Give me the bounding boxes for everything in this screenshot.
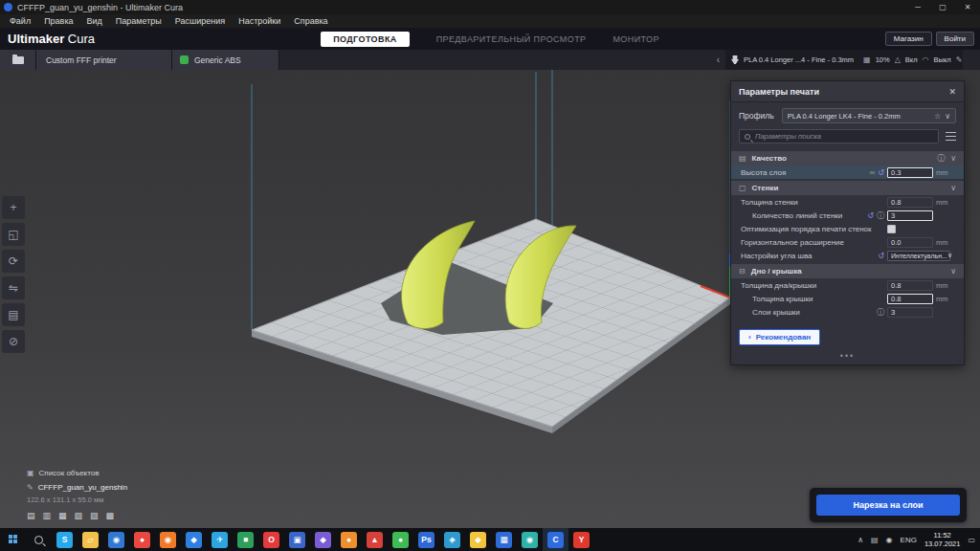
setting-row-layer-height[interactable]: Высота слоя ∞ ↺ mm — [731, 165, 964, 179]
layer-height-input[interactable] — [887, 167, 933, 178]
rename-pencil-icon[interactable]: ✎ — [27, 483, 33, 492]
taskbar-app-button[interactable]: ● — [336, 528, 362, 551]
revert-icon[interactable]: ↺ — [867, 211, 874, 220]
collapse-chevron-icon[interactable]: ‹ — [711, 55, 725, 65]
taskbar-app-button[interactable]: ● — [388, 528, 413, 551]
tool-button[interactable]: ▤ — [2, 303, 25, 326]
tab-monitor[interactable]: МОНИТОР — [612, 34, 658, 44]
setting-row-top-layers[interactable]: Слои крышки ⓘ — [731, 305, 964, 319]
object-action-icon[interactable]: ▦ — [58, 511, 67, 520]
menu-item[interactable]: Расширения — [168, 16, 232, 26]
star-icon[interactable]: ☆ — [934, 112, 941, 121]
signin-button[interactable]: Войти — [936, 32, 974, 46]
open-file-button[interactable] — [0, 50, 36, 70]
object-action-icon[interactable]: ▨ — [90, 511, 99, 520]
taskbar-app-button[interactable]: ◆ — [465, 528, 491, 551]
taskbar-app-button[interactable]: ◈ — [439, 528, 465, 551]
slice-button[interactable]: Нарезка на слои — [816, 495, 960, 516]
recommended-mode-button[interactable]: ‹ Рекомендован — [739, 329, 820, 345]
tool-button[interactable]: ◱ — [2, 223, 25, 246]
panel-close-icon[interactable]: ✕ — [948, 87, 956, 97]
menu-item[interactable]: Вид — [80, 16, 109, 26]
print-settings-summary[interactable]: PLA 0.4 Longer ...4 - Fine - 0.3mm ▦ 10%… — [725, 50, 963, 70]
object-action-icon[interactable]: ▤ — [27, 511, 35, 520]
setting-row-bottom-thickness[interactable]: Толщина дна/крышки mm — [731, 278, 964, 292]
close-button[interactable]: ✕ — [955, 0, 980, 14]
viewport-3d[interactable]: + ◱ ⟳ ⇋ ▤ ⊘ ▣ Список объектов ✎ CFFFP_gu… — [0, 70, 980, 528]
section-top-bottom[interactable]: ⊟ Дно / крышка ∨ — [731, 264, 964, 278]
horizontal-expansion-input[interactable] — [887, 237, 933, 248]
setting-row-wall-line-count[interactable]: Количество линий стенки ↺ ⓘ — [731, 209, 964, 222]
tray-chevron-icon[interactable]: ∧ — [858, 536, 863, 544]
tab-prepare[interactable]: ПОДГОТОВКА — [321, 32, 410, 47]
taskbar-app-button[interactable]: ▲ — [362, 528, 388, 551]
taskbar-app-button[interactable]: ▣ — [284, 528, 310, 551]
clock[interactable]: 11:52 13.07.2021 — [924, 531, 961, 548]
menu-item[interactable]: Правка — [37, 16, 79, 26]
setting-row-optimize-wall-order[interactable]: Оптимизация порядка печати стенок — [731, 222, 964, 235]
info-icon: ⓘ — [877, 307, 884, 318]
taskbar-app-button[interactable]: ◆ — [310, 528, 336, 551]
object-list-toggle[interactable]: ▣ Список объектов — [27, 469, 127, 477]
panel-title: Параметры печати — [739, 87, 819, 97]
tool-button[interactable]: ⊘ — [2, 330, 25, 353]
taskbar-app-button[interactable]: ▦ — [491, 528, 517, 551]
tray-shield-icon[interactable]: ▤ — [871, 536, 879, 544]
taskbar-app-button[interactable]: ● — [129, 528, 155, 551]
profile-dropdown[interactable]: PLA 0.4 Longer LK4 - Fine - 0.2mm ☆ ∨ — [782, 108, 956, 123]
material-selector[interactable]: Generic ABS — [172, 50, 279, 70]
menu-item[interactable]: Параметры — [109, 16, 168, 26]
marketplace-button[interactable]: Магазин — [885, 32, 932, 46]
tray-volume-icon[interactable]: ◉ — [886, 536, 893, 544]
taskbar-app-button[interactable]: O — [258, 528, 284, 551]
object-action-icon[interactable]: ▥ — [43, 511, 52, 520]
top-layers-input[interactable] — [887, 307, 933, 318]
bottom-thickness-input[interactable] — [887, 280, 933, 291]
start-button[interactable] — [0, 528, 26, 551]
taskbar-app-button[interactable]: ✈ — [207, 528, 233, 551]
taskbar-app-button[interactable]: S — [52, 528, 78, 551]
panel-drag-handle[interactable]: ••• — [731, 349, 964, 364]
minimize-button[interactable]: ─ — [905, 0, 930, 14]
setting-row-seam-corner[interactable]: Настройки угла шва ↺ Интеллектуальн... ∨ — [731, 249, 964, 262]
taskbar-app-button[interactable]: Ps — [413, 528, 439, 551]
setting-row-wall-thickness[interactable]: Толщина стенки mm — [731, 195, 964, 209]
setting-row-top-thickness[interactable]: Толщина крышки mm — [731, 292, 964, 305]
section-walls[interactable]: ▢ Стенки ∨ — [731, 181, 964, 195]
revert-icon[interactable]: ↺ — [878, 168, 884, 177]
wall-thickness-input[interactable] — [887, 197, 933, 208]
search-input[interactable] — [755, 132, 933, 141]
taskbar-app-button[interactable]: ◉ — [517, 528, 543, 551]
settings-menu-icon[interactable] — [946, 132, 956, 141]
maximize-button[interactable]: ▢ — [930, 0, 955, 14]
printer-selector[interactable]: Custom FFF printer — [36, 50, 172, 70]
notification-center-icon[interactable]: ▭ — [968, 536, 975, 544]
object-action-icon[interactable]: ▩ — [106, 511, 115, 520]
language-indicator[interactable]: ENG — [901, 536, 917, 544]
menu-item[interactable]: Файл — [3, 16, 37, 26]
menu-item[interactable]: Настройки — [232, 16, 287, 26]
tool-button[interactable]: ⇋ — [2, 276, 25, 299]
settings-searchbox[interactable] — [739, 129, 939, 143]
tool-button[interactable]: ⟳ — [2, 250, 25, 273]
setting-row-horizontal-expansion[interactable]: Горизонтальное расширение mm — [731, 235, 964, 249]
optimize-wall-order-checkbox[interactable] — [887, 225, 896, 233]
taskbar-app-button[interactable]: ▱ — [78, 528, 103, 551]
taskbar-app-button[interactable]: ◉ — [155, 528, 181, 551]
taskbar-app-button[interactable]: Y — [568, 528, 594, 551]
object-name-row[interactable]: ✎ CFFFP_guan_yu_genshin — [27, 483, 127, 492]
wall-line-count-input[interactable] — [887, 210, 933, 221]
taskbar-app-button[interactable]: ◆ — [181, 528, 207, 551]
top-thickness-input[interactable] — [887, 294, 933, 304]
revert-icon[interactable]: ↺ — [878, 252, 884, 260]
tab-preview[interactable]: ПРЕДВАРИТЕЛЬНЫЙ ПРОСМОТР — [436, 34, 587, 44]
object-action-icon[interactable]: ▧ — [75, 511, 83, 520]
tool-button[interactable]: + — [2, 196, 25, 219]
taskbar-app-button[interactable]: ■ — [233, 528, 258, 551]
section-quality[interactable]: ▤ Качество ⓘ ∨ — [731, 151, 964, 165]
taskbar-app-button[interactable]: ◉ — [103, 528, 129, 551]
taskbar-app-button[interactable]: C — [543, 528, 568, 551]
taskbar-search-button[interactable] — [26, 528, 52, 551]
seam-corner-dropdown[interactable]: Интеллектуальн... ∨ — [887, 251, 950, 261]
menu-item[interactable]: Справка — [287, 16, 334, 26]
